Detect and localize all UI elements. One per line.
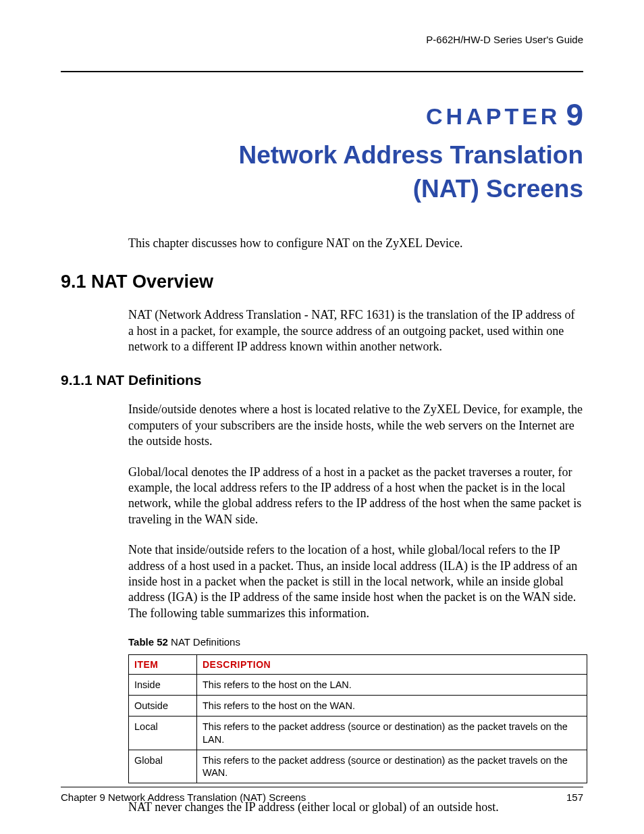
cell-desc: This refers to the host on the LAN. [197, 675, 587, 696]
col-header-item: ITEM [129, 655, 197, 675]
section-heading-9-1-1: 9.1.1 NAT Definitions [61, 372, 583, 388]
footer-chapter-title: Chapter 9 Network Address Translation (N… [61, 791, 306, 803]
cell-item: Outside [129, 696, 197, 716]
cell-item: Global [129, 750, 197, 783]
chapter-intro: This chapter discusses how to configure … [128, 236, 583, 251]
chapter-title-line-2: (NAT) Screens [413, 175, 583, 203]
page: P-662H/HW-D Series User's Guide CHAPTER9… [0, 0, 644, 834]
nat-definitions-table: ITEM DESCRIPTION Inside This refers to t… [128, 654, 587, 783]
table-row: Local This refers to the packet address … [129, 716, 587, 750]
section-heading-9-1: 9.1 NAT Overview [61, 271, 583, 292]
table-caption-title: NAT Definitions [168, 636, 240, 648]
table-caption-number: Table 52 [128, 636, 168, 648]
section-9-1-para: NAT (Network Address Translation - NAT, … [128, 307, 583, 355]
cell-item: Local [129, 716, 197, 750]
cell-desc: This refers to the packet address (sourc… [197, 716, 587, 750]
table-header-row: ITEM DESCRIPTION [129, 655, 587, 675]
header-rule [61, 71, 583, 72]
table-row: Global This refers to the packet address… [129, 750, 587, 783]
cell-desc: This refers to the packet address (sourc… [197, 750, 587, 783]
cell-item: Inside [129, 675, 197, 696]
section-9-1-1-para-1: Inside/outside denotes where a host is l… [128, 402, 583, 449]
chapter-title-line-1: Network Address Translation [238, 141, 583, 169]
table-row: Inside This refers to the host on the LA… [129, 675, 587, 696]
page-footer: Chapter 9 Network Address Translation (N… [61, 787, 583, 803]
table-caption: Table 52 NAT Definitions [128, 636, 583, 648]
chapter-title: Network Address Translation (NAT) Screen… [61, 138, 583, 206]
chapter-label-number: 9 [566, 97, 583, 132]
footer-row: Chapter 9 Network Address Translation (N… [61, 791, 583, 803]
footer-rule [61, 787, 583, 787]
col-header-description: DESCRIPTION [197, 655, 587, 675]
chapter-label-prefix: CHAPTER [426, 103, 560, 129]
cell-desc: This refers to the host on the WAN. [197, 696, 587, 716]
guide-title: P-662H/HW-D Series User's Guide [426, 34, 583, 45]
section-9-1-1-para-2: Global/local denotes the IP address of a… [128, 465, 583, 528]
footer-page-number: 157 [566, 791, 583, 803]
table-row: Outside This refers to the host on the W… [129, 696, 587, 716]
section-9-1-1-para-3: Note that inside/outside refers to the l… [128, 542, 583, 621]
chapter-label: CHAPTER9 [61, 97, 583, 133]
page-header: P-662H/HW-D Series User's Guide [61, 34, 583, 51]
